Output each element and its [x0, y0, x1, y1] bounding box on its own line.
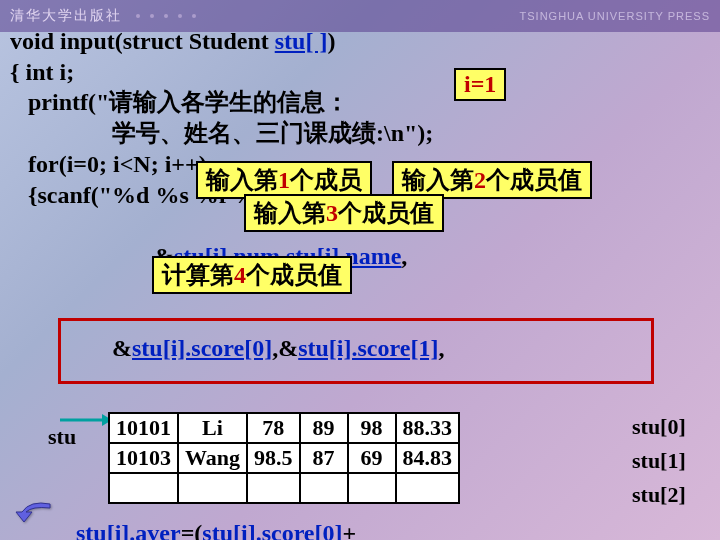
cell-empty [247, 473, 300, 503]
stu-array-label: stu [48, 424, 76, 450]
stu-score0b: stu[i].score[0] [202, 520, 342, 541]
callout-i-value: i=1 [454, 68, 506, 101]
cell-empty [300, 473, 348, 503]
t: void input(struct Student [10, 28, 275, 54]
cell-empty [396, 473, 460, 503]
t: 计算第 [162, 262, 234, 288]
callout-member3: 输入第3个成员值 [244, 194, 444, 232]
cell-name: Li [178, 413, 247, 443]
cell-empty [348, 473, 396, 503]
n: 4 [234, 262, 246, 288]
publisher-name-en: TSINGHUA UNIVERSITY PRESS [520, 10, 710, 22]
row-label-2: stu[2] [632, 482, 686, 508]
code-line: printf("请输入各学生的信息： [10, 87, 710, 118]
cell-s1: 89 [300, 413, 348, 443]
param-stu: stu[ ] [275, 28, 328, 54]
t: ) [327, 28, 335, 54]
table-row: 10101 Li 78 89 98 88.33 [109, 413, 459, 443]
cell-aver: 84.83 [396, 443, 460, 473]
code-line: 学号、姓名、三门课成绩:\n"); [10, 118, 710, 149]
back-arrow-icon [10, 498, 54, 528]
t: 个成员 [290, 167, 362, 193]
table-row: 10103 Wang 98.5 87 69 84.83 [109, 443, 459, 473]
i-value-text: i=1 [464, 71, 496, 97]
callout-member4: 计算第4个成员值 [152, 256, 352, 294]
n: 3 [326, 200, 338, 226]
t: + [343, 520, 357, 541]
cell-empty [109, 473, 178, 503]
highlight-aver-calc [58, 318, 654, 384]
stu-aver: stu[i].aver [76, 520, 181, 541]
t: 输入第 [206, 167, 278, 193]
stu-data-table: 10101 Li 78 89 98 88.33 10103 Wang 98.5 … [108, 412, 460, 504]
code-line: { int i; [10, 57, 710, 88]
t: , [401, 243, 407, 269]
cell-s2: 69 [348, 443, 396, 473]
t: 个成员值 [338, 200, 434, 226]
cell-s2: 98 [348, 413, 396, 443]
cell-num: 10101 [109, 413, 178, 443]
decorative-dots [136, 14, 196, 18]
table-row [109, 473, 459, 503]
code-line: void input(struct Student stu[ ]) [10, 26, 710, 57]
n: 2 [474, 167, 486, 193]
n: 1 [278, 167, 290, 193]
back-button[interactable] [10, 498, 54, 534]
cell-aver: 88.33 [396, 413, 460, 443]
row-label-1: stu[1] [632, 448, 686, 474]
t: 输入第 [254, 200, 326, 226]
publisher-name: 清华大学出版社 [10, 7, 122, 25]
cell-num: 10103 [109, 443, 178, 473]
cell-empty [178, 473, 247, 503]
cell-name: Wang [178, 443, 247, 473]
slide-content: void input(struct Student stu[ ]) { int … [4, 26, 716, 536]
cell-s0: 98.5 [247, 443, 300, 473]
row-label-0: stu[0] [632, 414, 686, 440]
cell-s0: 78 [247, 413, 300, 443]
t: 个成员值 [486, 167, 582, 193]
t: 输入第 [402, 167, 474, 193]
t: 个成员值 [246, 262, 342, 288]
t: =( [181, 520, 203, 541]
cell-s1: 87 [300, 443, 348, 473]
